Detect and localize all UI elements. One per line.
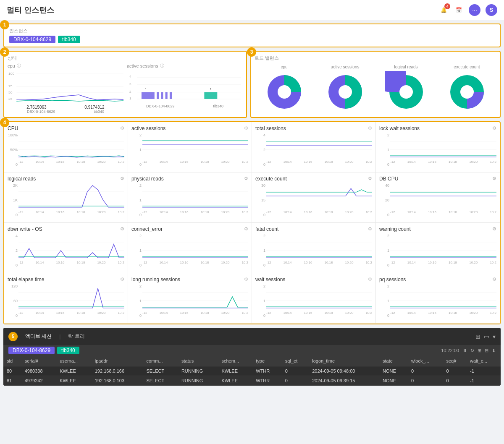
- refresh-icon[interactable]: ↻: [470, 348, 474, 353]
- tab-lock-tree[interactable]: 락 트리: [64, 331, 89, 342]
- table-row[interactable]: 814979242KWLEE192.168.0.103SELECTRUNNING…: [3, 376, 501, 386]
- session-table-section: 5 액티브 세션 | 락 트리 ⊞ ▭ ▾ DBX-0-104-8629 tib…: [3, 328, 501, 386]
- col-header-sid[interactable]: sid: [3, 356, 21, 366]
- metric-cell-0: CPU ⚙ 100% 50% 0 -1210:1410:1610:1810:20…: [4, 122, 128, 172]
- active-sessions-mini-chart: 4 3 2 1: [127, 71, 243, 104]
- metric-gear-icon-3[interactable]: ⚙: [492, 125, 496, 131]
- col-header-type[interactable]: type: [252, 356, 282, 366]
- col-header-state[interactable]: state: [379, 356, 408, 366]
- layout-icon[interactable]: ▭: [484, 333, 489, 340]
- avatar[interactable]: S: [486, 4, 497, 16]
- download-icon[interactable]: ⬇: [492, 348, 496, 353]
- col-header-sql_et[interactable]: sql_et: [282, 356, 309, 366]
- metric-title-7: DB CPU ⚙: [379, 176, 496, 182]
- table-cell-0-2: KWLEE: [56, 366, 92, 376]
- metric-gear-icon-4[interactable]: ⚙: [120, 176, 124, 182]
- status-section: 2 상태 cpu ⓘ 100 75 50 25: [3, 51, 247, 118]
- metric-gear-icon-10[interactable]: ⚙: [368, 226, 372, 232]
- more-icon[interactable]: ···: [469, 4, 480, 16]
- table-cell-0-10: NONE: [379, 366, 408, 376]
- table-cell-1-11: 0: [408, 376, 443, 386]
- instance-tag-0[interactable]: DBX-0-104-8629: [9, 36, 55, 43]
- metric-gear-icon-1[interactable]: ⚙: [244, 125, 248, 131]
- table-head: sidserial#userna...ipaddrcomm...statussc…: [3, 356, 501, 366]
- filter-icon[interactable]: ⊟: [485, 348, 488, 353]
- active-sessions-title: active sessions ⓘ: [127, 63, 243, 69]
- table-cell-0-0: 80: [3, 366, 21, 376]
- metric-chart-10: 2 1 0 -1210:1410:1610:1810:2010:2: [255, 234, 372, 267]
- col-header-comm[interactable]: comm...: [143, 356, 178, 366]
- table-cell-1-0: 81: [3, 376, 21, 386]
- table-cell-0-6: KWLEE: [218, 366, 253, 376]
- table-cell-0-7: WTHR: [252, 366, 282, 376]
- instances-label: 인스턴스: [9, 28, 495, 34]
- section4-badge: 4: [0, 118, 9, 127]
- load-balance-title: 로드 밸런스: [255, 55, 496, 61]
- metric-gear-icon-6[interactable]: ⚙: [368, 176, 372, 182]
- instance-tag-1[interactable]: tib340: [58, 36, 80, 43]
- col-header-schem[interactable]: schem...: [218, 356, 253, 366]
- table-header-row: sidserial#userna...ipaddrcomm...statussc…: [3, 356, 501, 366]
- svg-text:50: 50: [8, 91, 13, 94]
- table-row[interactable]: 804980338KWLEE192.168.0.166SELECTRUNNING…: [3, 366, 501, 376]
- grid-icon[interactable]: ⊞: [475, 333, 480, 340]
- col-header-seq#[interactable]: seq#: [443, 356, 467, 366]
- metric-title-15: pq sessions ⚙: [379, 277, 496, 282]
- metrics-grid: CPU ⚙ 100% 50% 0 -1210:1410:1610:1810:20…: [4, 122, 500, 324]
- bell-icon[interactable]: 🔔 4: [438, 5, 449, 15]
- table-cell-1-3: 192.168.0.103: [92, 376, 143, 386]
- metric-gear-icon-0[interactable]: ⚙: [120, 125, 124, 131]
- metric-chart-15: 2 1 0 -1210:1410:1610:1810:2010:2: [379, 284, 496, 318]
- tab-active-session[interactable]: 액티브 세션: [21, 331, 56, 342]
- table-cell-0-5: RUNNING: [178, 366, 218, 376]
- col-header-ipaddr[interactable]: ipaddr: [92, 356, 143, 366]
- col-header-status[interactable]: status: [178, 356, 218, 366]
- col-header-serial#[interactable]: serial#: [21, 356, 57, 366]
- col-header-wlock_[interactable]: wlock_...: [408, 356, 443, 366]
- metric-gear-icon-2[interactable]: ⚙: [368, 125, 372, 131]
- table-instance-tag-0[interactable]: DBX-0-104-8629: [8, 347, 55, 354]
- metric-chart-1: 2 1 0 -1210:1410:1610:1810:2010:2: [131, 133, 248, 167]
- status-label: 상태: [8, 55, 243, 61]
- metric-gear-icon-9[interactable]: ⚙: [244, 226, 248, 232]
- col-header-logon_time[interactable]: logon_time: [309, 356, 379, 366]
- metric-gear-icon-15[interactable]: ⚙: [492, 277, 496, 282]
- metric-chart-2: 4 2 0 -1210:1410:1610:1810:2010:2: [255, 133, 372, 167]
- active-labels: DBX-0-104-8629 tib340: [127, 104, 243, 108]
- metric-gear-icon-14[interactable]: ⚙: [368, 277, 372, 282]
- metric-title-14: wait sessions ⚙: [255, 277, 372, 282]
- cpu-info-icon[interactable]: ⓘ: [17, 63, 21, 69]
- columns-icon[interactable]: ⊞: [478, 348, 481, 353]
- metric-gear-icon-5[interactable]: ⚙: [244, 176, 248, 182]
- col-header-wait_e[interactable]: wait_e...: [467, 356, 501, 366]
- metric-gear-icon-13[interactable]: ⚙: [244, 277, 248, 282]
- metric-cell-4: logical reads ⚙ 2K 1K 0 -1210:1410:1610:…: [4, 172, 128, 223]
- table-instance-tag-1[interactable]: tib340: [57, 347, 79, 354]
- metric-gear-icon-11[interactable]: ⚙: [492, 226, 496, 232]
- metric-gear-icon-8[interactable]: ⚙: [120, 226, 124, 232]
- metric-cell-5: physical reads ⚙ 2 1 0 -1210:1410:1610:1…: [128, 172, 252, 223]
- collapse-icon[interactable]: ▾: [493, 333, 496, 340]
- metric-chart-14: 2 1 0 -1210:1410:1610:1810:2010:2: [255, 284, 372, 318]
- metric-title-2: total sessions ⚙: [255, 125, 372, 131]
- table-controls: ⊞ ▭ ▾: [475, 333, 496, 340]
- metric-cell-1: active sessions ⚙ 2 1 0 -1210:1410:1610:…: [128, 122, 252, 172]
- table-instance-row: DBX-0-104-8629 tib340 10:22:00 ⏸ ↻ ⊞ ⊟ ⬇: [3, 345, 501, 356]
- metric-cell-2: total sessions ⚙ 4 2 0 -1210:1410:1610:1…: [252, 122, 376, 172]
- page-title: 멀티 인스턴스: [7, 5, 54, 15]
- cpu-chart-box: cpu ⓘ 100 75 50 25: [8, 63, 123, 114]
- table-cell-1-9: 2024-09-05 09:39:15: [309, 376, 379, 386]
- metric-title-12: total elapse time ⚙: [8, 277, 124, 282]
- pie-cpu-title: cpu: [281, 65, 287, 69]
- load-balance-section: 3 로드 밸런스 cpu active sessions: [250, 51, 501, 118]
- col-header-userna[interactable]: userna...: [56, 356, 92, 366]
- table-time: 10:22:00 ⏸ ↻ ⊞ ⊟ ⬇: [441, 348, 496, 353]
- pause-icon[interactable]: ⏸: [462, 348, 467, 353]
- metric-gear-icon-12[interactable]: ⚙: [120, 277, 124, 282]
- metric-chart-13: 2 1 0 -1210:1410:1610:1810:2010:2: [131, 284, 248, 318]
- metric-cell-3: lock wait sessions ⚙ 2 1 0 -1210:1410:16…: [376, 122, 500, 172]
- metric-gear-icon-7[interactable]: ⚙: [492, 176, 496, 182]
- svg-rect-16: [142, 92, 155, 99]
- calendar-icon[interactable]: 📅: [454, 5, 464, 15]
- active-info-icon[interactable]: ⓘ: [160, 63, 164, 69]
